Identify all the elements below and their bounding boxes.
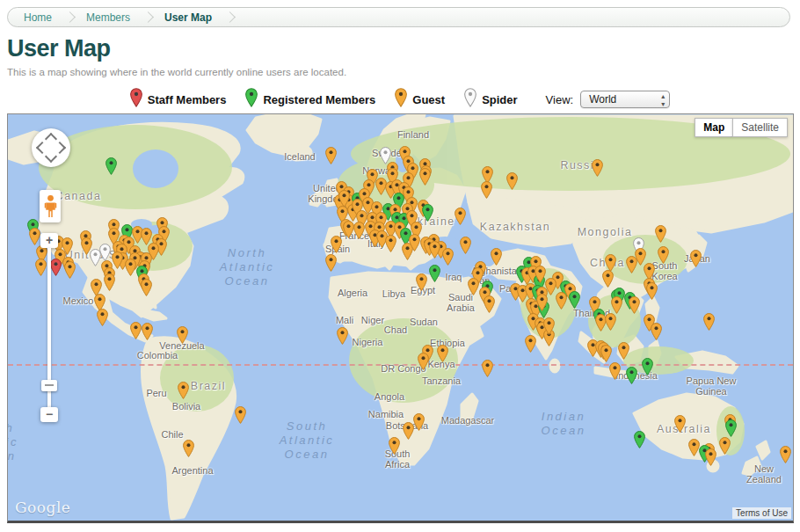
guest-marker[interactable] [491, 248, 502, 266]
guest-marker[interactable] [719, 437, 731, 455]
pan-left-icon[interactable] [36, 142, 48, 154]
guest-marker[interactable] [385, 235, 396, 252]
guest-marker[interactable] [556, 292, 567, 310]
guest-marker[interactable] [484, 295, 495, 313]
page-subtitle: This is a map showing where in the world… [7, 67, 346, 77]
breadcrumb-item-home[interactable]: Home [24, 11, 52, 24]
guest-marker[interactable] [413, 413, 425, 431]
guest-marker[interactable] [403, 422, 414, 440]
guest-marker[interactable] [112, 251, 123, 269]
guest-marker[interactable] [97, 309, 108, 326]
guest-marker[interactable] [177, 326, 188, 344]
google-logo[interactable]: Google [15, 499, 70, 516]
map-type-satellite-button[interactable]: Satellite [732, 118, 788, 137]
pan-right-icon[interactable] [54, 142, 66, 154]
guest-marker[interactable] [609, 362, 621, 380]
guest-marker[interactable] [703, 313, 715, 331]
pegman-icon [44, 194, 57, 219]
registered-marker[interactable] [725, 419, 737, 437]
guest-marker[interactable] [64, 261, 76, 279]
pan-up-icon[interactable] [45, 133, 57, 145]
staff-marker[interactable] [50, 259, 62, 276]
guest-marker[interactable] [655, 225, 666, 243]
guest-marker[interactable] [536, 294, 548, 311]
guest-marker[interactable] [325, 254, 337, 272]
guest-marker[interactable] [429, 241, 440, 259]
guest-marker[interactable] [600, 345, 612, 362]
guest-marker[interactable] [125, 259, 136, 276]
guest-marker[interactable] [629, 296, 640, 314]
legend-label: Spider [482, 93, 517, 106]
guest-marker[interactable] [235, 406, 246, 424]
map-type-control: Map Satellite [695, 118, 788, 137]
guest-marker[interactable] [780, 446, 791, 463]
guest-marker[interactable] [353, 222, 365, 239]
registered-marker[interactable] [105, 157, 117, 175]
guest-marker[interactable] [389, 437, 400, 455]
guest-marker[interactable] [178, 382, 189, 399]
guest-marker[interactable] [419, 168, 431, 186]
guest-marker[interactable] [142, 323, 153, 340]
guest-marker[interactable] [418, 353, 429, 370]
guest-marker[interactable] [605, 313, 616, 331]
guest-marker[interactable] [705, 448, 716, 466]
legend-item-spider: Spider [464, 88, 517, 111]
staff-pin-icon [130, 88, 142, 111]
guest-marker[interactable] [331, 236, 342, 253]
zoom-in-button[interactable]: + [40, 233, 58, 248]
registered-marker[interactable] [626, 367, 637, 384]
pan-down-icon[interactable] [45, 150, 57, 163]
guest-marker[interactable] [481, 181, 492, 199]
legend-label: Registered Members [263, 93, 375, 106]
guest-marker[interactable] [35, 259, 47, 276]
registered-marker[interactable] [642, 358, 653, 375]
view-label: View: [546, 93, 574, 106]
guest-marker[interactable] [409, 234, 420, 251]
guest-marker[interactable] [690, 250, 702, 267]
spider-marker[interactable] [99, 244, 111, 261]
guest-marker[interactable] [525, 335, 536, 353]
guest-marker[interactable] [337, 327, 348, 345]
view-select-value: World [589, 93, 616, 106]
pan-control[interactable] [32, 128, 70, 167]
guest-marker[interactable] [658, 246, 669, 264]
guest-marker[interactable] [592, 159, 603, 177]
guest-marker[interactable] [611, 296, 622, 314]
zoom-out-button[interactable]: − [40, 407, 58, 422]
zoom-slider-handle[interactable] [41, 380, 57, 391]
guest-marker[interactable] [506, 172, 518, 190]
page-title: User Map [7, 35, 111, 62]
guest-marker[interactable] [674, 415, 686, 433]
guest-marker[interactable] [618, 342, 629, 360]
guest-marker[interactable] [646, 282, 658, 300]
guest-marker[interactable] [482, 360, 493, 377]
guest-marker[interactable] [626, 256, 637, 273]
guest-marker[interactable] [602, 270, 614, 288]
map-type-map-button[interactable]: Map [695, 118, 732, 137]
terms-of-use-link[interactable]: Terms of Use [732, 507, 791, 519]
guest-marker[interactable] [442, 248, 454, 266]
registered-marker[interactable] [429, 265, 440, 282]
guest-marker[interactable] [455, 208, 466, 225]
guest-marker[interactable] [437, 345, 448, 362]
street-view-pegman[interactable] [40, 190, 61, 222]
select-arrows-icon: ▴▾ [661, 92, 665, 108]
guest-marker[interactable] [543, 317, 555, 335]
view-select[interactable]: World ▴▾ [580, 91, 670, 108]
guest-marker[interactable] [325, 147, 337, 164]
registered-marker[interactable] [569, 291, 580, 309]
breadcrumb-item-members[interactable]: Members [86, 11, 130, 24]
guest-marker[interactable] [104, 273, 115, 291]
guest-marker[interactable] [605, 254, 616, 272]
guest-marker[interactable] [183, 440, 194, 457]
guest-marker[interactable] [468, 278, 479, 295]
guest-marker[interactable] [29, 228, 40, 245]
registered-marker[interactable] [422, 204, 433, 222]
world-map[interactable]: CanadaUnited StatesMexicoVenezuelaColomb… [7, 113, 794, 523]
guest-marker[interactable] [141, 279, 152, 296]
guest-marker[interactable] [130, 322, 142, 339]
guest-marker[interactable] [416, 273, 427, 291]
guest-marker[interactable] [651, 323, 662, 340]
guest-marker[interactable] [460, 237, 471, 254]
registered-marker[interactable] [634, 431, 645, 448]
